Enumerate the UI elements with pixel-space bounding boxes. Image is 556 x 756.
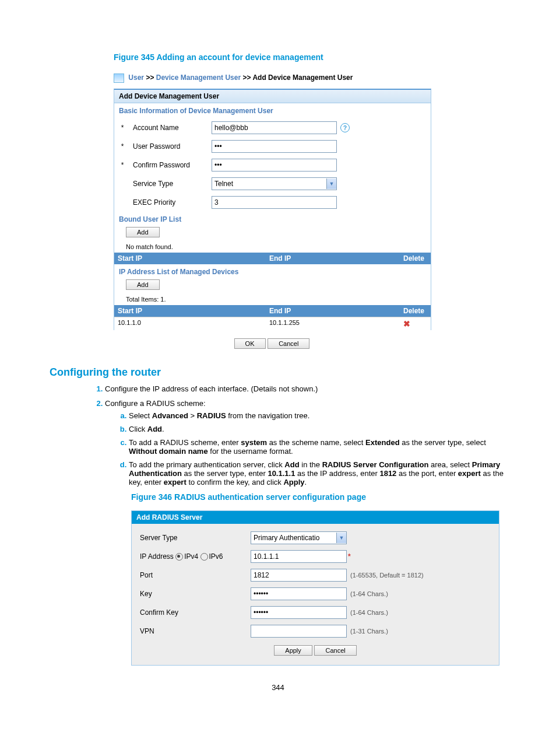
add-managed-ip-button[interactable]: Add (126, 279, 160, 290)
managed-ip-table-header: Start IP End IP Delete (114, 305, 431, 317)
breadcrumb-current: Add Device Management User (252, 74, 353, 82)
port-input[interactable] (251, 569, 347, 582)
total-items: Total Items: 1. (114, 293, 431, 305)
end-ip-value: 10.1.1.255 (266, 317, 400, 330)
required-star: * (119, 142, 126, 150)
vpn-hint: (1-31 Chars.) (350, 628, 388, 635)
ip-address-input[interactable] (251, 550, 347, 563)
delete-row-button[interactable]: ✖ (403, 319, 410, 328)
vpn-label: VPN (140, 627, 251, 635)
confirm-password-input[interactable] (212, 159, 337, 172)
bound-ip-table-header: Start IP End IP Delete (114, 253, 431, 264)
ipv4-label: IPv4 (184, 552, 198, 561)
port-label: Port (140, 571, 251, 579)
cancel-button[interactable]: Cancel (314, 645, 356, 656)
col-end-ip: End IP (266, 305, 400, 317)
figure-346-title: Figure 346 RADIUS authentication server … (131, 492, 506, 502)
key-hint: (1-64 Chars.) (350, 590, 388, 597)
substep-c: To add a RADIUS scheme, enter system as … (129, 438, 506, 456)
account-name-label: Account Name (126, 124, 212, 132)
port-hint: (1-65535, Default = 1812) (350, 572, 424, 579)
key-input[interactable] (251, 587, 347, 600)
radius-panel-title: Add RADIUS Server (132, 511, 499, 524)
ip-address-label: IP Address IPv4 IPv6 (140, 552, 251, 561)
col-end-ip: End IP (266, 253, 400, 264)
service-type-label: Service Type (126, 180, 212, 188)
table-row: 10.1.1.0 10.1.1.255 ✖ (114, 317, 431, 330)
router-steps: Configure the IP address of each interfa… (90, 384, 506, 487)
server-type-select[interactable]: Primary Authenticatio ▼ (251, 531, 347, 544)
breadcrumb-sep: >> (242, 74, 251, 82)
key-label: Key (140, 590, 251, 598)
step-2: Configure a RADIUS scheme: Select Advanc… (105, 399, 506, 487)
col-start-ip: Start IP (114, 253, 266, 264)
cancel-button[interactable]: Cancel (268, 338, 309, 349)
apply-button[interactable]: Apply (274, 645, 312, 656)
user-password-label: User Password (126, 142, 212, 150)
substep-d: To add the primary authentication server… (129, 460, 506, 487)
add-device-user-panel: Add Device Management User Basic Informa… (114, 89, 431, 330)
ipv6-label: IPv6 (209, 552, 223, 561)
required-star: * (348, 552, 351, 561)
substeps: Select Advanced > RADIUS from the naviga… (114, 411, 506, 487)
page-number: 344 (50, 683, 506, 692)
breadcrumb: User >> Device Management User >> Add De… (114, 71, 506, 89)
substep-b: Click Add. (129, 425, 506, 433)
confirm-key-label: Confirm Key (140, 608, 251, 617)
chevron-down-icon: ▼ (336, 533, 346, 543)
configuring-router-heading: Configuring the router (50, 366, 506, 379)
exec-priority-input[interactable] (212, 196, 337, 209)
breadcrumb-device-mgmt[interactable]: Device Management User (156, 74, 241, 82)
server-type-value: Primary Authenticatio (251, 534, 319, 542)
user-icon (114, 74, 124, 83)
section-bound-ip: Bound User IP List (114, 212, 431, 227)
service-type-select[interactable]: Telnet ▼ (212, 177, 337, 190)
section-managed-devices: IP Address List of Managed Devices (114, 264, 431, 279)
breadcrumb-user[interactable]: User (128, 74, 144, 82)
substep-a: Select Advanced > RADIUS from the naviga… (129, 411, 506, 420)
help-icon[interactable]: ? (340, 123, 350, 132)
vpn-input[interactable] (251, 625, 347, 638)
chevron-down-icon: ▼ (326, 178, 336, 189)
section-basic-info: Basic Information of Device Management U… (114, 103, 431, 118)
col-delete: Delete (400, 305, 429, 317)
required-star: * (119, 124, 126, 132)
col-delete: Delete (400, 253, 429, 264)
ipv4-radio[interactable] (175, 553, 183, 561)
ipv6-radio[interactable] (200, 553, 208, 561)
figure-345-title: Figure 345 Adding an account for device … (114, 52, 506, 62)
ok-button[interactable]: OK (234, 338, 266, 349)
no-match-text: No match found. (114, 241, 431, 253)
add-bound-ip-button[interactable]: Add (126, 227, 160, 237)
col-start-ip: Start IP (114, 305, 266, 317)
step-2-text: Configure a RADIUS scheme: (105, 399, 206, 408)
panel-title: Add Device Management User (114, 90, 431, 103)
confirm-password-label: Confirm Password (126, 161, 212, 169)
confirm-key-input[interactable] (251, 606, 347, 619)
service-type-value: Telnet (212, 180, 233, 188)
step-1: Configure the IP address of each interfa… (105, 384, 506, 393)
server-type-label: Server Type (140, 534, 251, 542)
user-password-input[interactable] (212, 140, 337, 153)
confirm-key-hint: (1-64 Chars.) (350, 609, 388, 616)
exec-priority-label: EXEC Priority (126, 198, 212, 206)
account-name-input[interactable] (212, 121, 337, 134)
required-star: * (119, 161, 126, 169)
add-radius-server-panel: Add RADIUS Server Server Type Primary Au… (131, 510, 499, 666)
breadcrumb-sep: >> (146, 74, 154, 82)
start-ip-value: 10.1.1.0 (118, 319, 141, 326)
